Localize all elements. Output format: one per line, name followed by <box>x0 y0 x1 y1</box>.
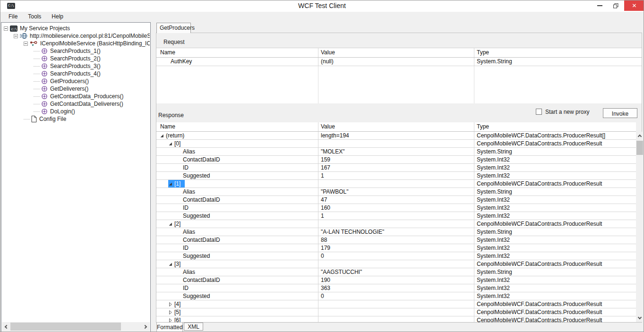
table-row[interactable]: ContactDataID88System.Int32 <box>156 236 636 244</box>
tree-item-icenpolmobileservice-basichttpbinding-icenpoli[interactable]: ICenpolMobileService (BasicHttpBinding_I… <box>1 40 150 47</box>
scroll-right-arrow[interactable] <box>142 322 150 331</box>
response-node-name-cell: Suggested <box>156 172 318 179</box>
tree-item-getcontactdata-deliverers[interactable]: GetContactData_Deliverers() <box>1 100 150 108</box>
request-rows: AuthKey(null)System.String <box>156 58 642 66</box>
expanded-triangle-icon[interactable] <box>160 134 164 138</box>
invoke-button[interactable]: Invoke <box>603 108 637 118</box>
tree-item-dologin[interactable]: DoLogin() <box>1 108 150 115</box>
response-node-name: ID <box>183 244 189 252</box>
column-header-value: Value <box>318 48 474 57</box>
response-node-name-cell: Alias <box>156 228 318 236</box>
tab-getproducers[interactable]: GetProducers <box>156 23 191 33</box>
table-row[interactable]: ContactDataID190System.Int32 <box>156 276 636 284</box>
tree-collapse-icon[interactable] <box>14 34 18 38</box>
table-row[interactable]: [4]CenpolMobileWCF.DataContracts.Produce… <box>156 300 636 308</box>
tree-item-searchproducts-1[interactable]: SearchProducts_1() <box>1 47 150 55</box>
table-row[interactable]: Suggested0System.Int32 <box>156 292 636 300</box>
tree-connector <box>34 74 40 74</box>
collapsed-triangle-icon[interactable] <box>168 302 172 306</box>
vertical-scroll-thumb[interactable] <box>636 141 643 155</box>
scroll-left-arrow[interactable] <box>2 322 10 331</box>
response-node-name-cell: ContactDataID <box>156 156 318 163</box>
tree-item-searchproducts-2[interactable]: SearchProducts_2() <box>1 55 150 62</box>
response-node-name: ContactDataID <box>183 236 220 244</box>
request-param-value[interactable]: (null) <box>318 58 474 66</box>
window-title: WCF Test Client <box>0 2 644 9</box>
table-row[interactable]: ID167System.Int32 <box>156 164 636 172</box>
tree-item-getproducers[interactable]: GetProducers() <box>1 77 150 85</box>
expanded-triangle-icon[interactable] <box>168 222 172 226</box>
response-node-name-cell: ID <box>156 164 318 171</box>
table-row[interactable]: [6]CenpolMobileWCF.DataContracts.Produce… <box>156 316 636 322</box>
column-header-name: Name <box>156 48 318 57</box>
table-row[interactable]: [1]CenpolMobileWCF.DataContracts.Produce… <box>156 180 636 188</box>
response-node-type: System.String <box>474 188 636 196</box>
projects-icon: c:\ <box>10 26 17 32</box>
config-icon <box>31 116 37 122</box>
menu-item-file[interactable]: File <box>3 12 23 22</box>
table-row[interactable]: [3]CenpolMobileWCF.DataContracts.Produce… <box>156 260 636 268</box>
response-node-name-cell: ContactDataID <box>156 236 318 244</box>
table-row[interactable]: ContactDataID159System.Int32 <box>156 156 636 164</box>
response-node-name-cell: [6] <box>156 316 318 322</box>
tree-item-my-service-projects[interactable]: c:\My Service Projects <box>1 25 150 32</box>
close-button[interactable]: ✕ <box>624 0 644 11</box>
table-row[interactable]: ID160System.Int32 <box>156 204 636 212</box>
collapsed-triangle-icon[interactable] <box>168 310 172 315</box>
horizontal-scroll-thumb[interactable] <box>10 323 121 331</box>
restore-button[interactable] <box>608 0 623 11</box>
response-node-type: System.Int32 <box>474 236 636 244</box>
method-icon <box>41 78 48 85</box>
table-row[interactable]: Alias"PAWBOL"System.String <box>156 188 636 196</box>
table-row[interactable]: Alias"A-LAN TECHNOLOGIE"System.String <box>156 228 636 236</box>
tree-item-getcontactdata-producers[interactable]: GetContactData_Producers() <box>1 93 150 100</box>
tab-xml[interactable]: XML <box>184 323 203 331</box>
tree-collapse-icon[interactable] <box>4 26 8 31</box>
table-row[interactable]: Alias"AAGSTUCCHI"System.String <box>156 268 636 276</box>
table-row[interactable]: Suggested1System.Int32 <box>156 172 636 180</box>
table-row[interactable]: ID363System.Int32 <box>156 284 636 292</box>
response-vertical-scrollbar[interactable] <box>636 132 644 322</box>
tree-horizontal-scrollbar[interactable] <box>2 322 150 331</box>
tree-collapse-icon[interactable] <box>24 42 28 46</box>
restore-icon <box>613 3 618 9</box>
chevron-left-icon <box>5 324 9 328</box>
menu-item-tools[interactable]: Tools <box>23 12 46 22</box>
table-row[interactable]: Suggested0System.Int32 <box>156 252 636 260</box>
expanded-triangle-icon[interactable] <box>168 182 172 186</box>
table-row[interactable]: ContactDataID47System.Int32 <box>156 196 636 204</box>
tree-item-getdeliverers[interactable]: GetDeliverers() <box>1 85 150 93</box>
table-row[interactable]: [5]CenpolMobileWCF.DataContracts.Produce… <box>156 308 636 316</box>
response-node-value <box>318 220 474 228</box>
menu-item-help[interactable]: Help <box>46 12 69 22</box>
globe-icon <box>20 33 27 39</box>
minimize-button[interactable] <box>592 0 607 11</box>
table-row[interactable]: Alias"MOLEX"System.String <box>156 148 636 156</box>
table-row[interactable]: (return)length=194CenpolMobileWCF.DataCo… <box>156 132 636 140</box>
table-row[interactable]: [0]CenpolMobileWCF.DataContracts.Produce… <box>156 140 636 148</box>
tree-item-searchproducts-3[interactable]: SearchProducts_3() <box>1 62 150 70</box>
response-node-name-cell: Suggested <box>156 252 318 260</box>
tree-item-label: GetDeliverers() <box>50 85 88 92</box>
tree-item-searchproducts-4[interactable]: SearchProducts_4() <box>1 70 150 77</box>
table-row[interactable]: ID179System.Int32 <box>156 244 636 252</box>
start-new-proxy-checkbox[interactable] <box>536 109 542 115</box>
response-node-name: Alias <box>183 268 195 276</box>
collapsed-triangle-icon[interactable] <box>168 318 172 323</box>
tree-item-label: SearchProducts_1() <box>50 48 101 54</box>
response-node-type: System.Int32 <box>474 204 636 212</box>
tree-item-http-mobileservice-cenpol-pl-81-cenpolmobileservic[interactable]: http://mobileservice.cenpol.pl:81/Cenpol… <box>1 32 150 40</box>
response-node-name: (return) <box>166 132 184 139</box>
expanded-triangle-icon[interactable] <box>168 262 172 266</box>
response-node-name: Alias <box>183 148 195 155</box>
tab-formatted[interactable]: Formatted <box>156 323 183 332</box>
tree-item-config-file[interactable]: Config File <box>1 115 150 123</box>
wcf-test-client-window: C:\ WCF Test Client ✕ FileToolsHelp c:\M… <box>0 0 644 332</box>
response-node-value: 0 <box>318 252 474 260</box>
table-row[interactable]: Suggested1System.Int32 <box>156 212 636 220</box>
expanded-triangle-icon[interactable] <box>168 142 172 146</box>
scroll-up-arrow[interactable] <box>636 132 644 140</box>
tree-connector <box>34 59 40 59</box>
table-row[interactable]: [2]CenpolMobileWCF.DataContracts.Produce… <box>156 220 636 228</box>
scroll-down-arrow[interactable] <box>636 314 644 322</box>
